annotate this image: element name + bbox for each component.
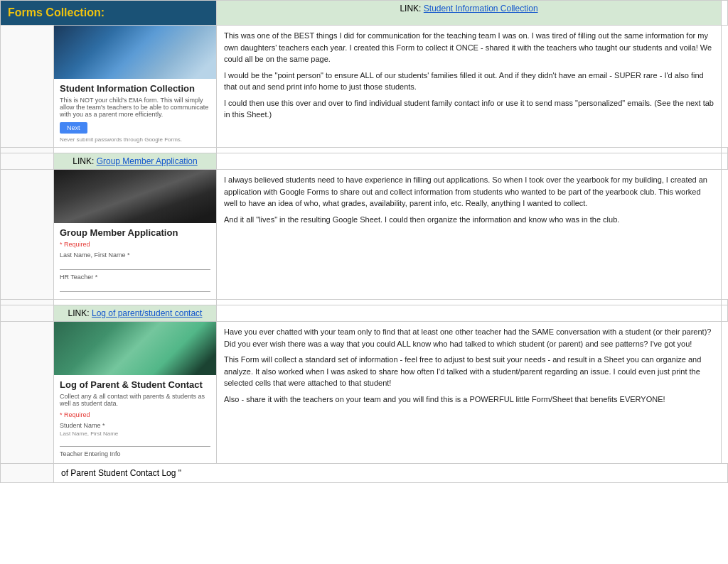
parent-contact-form-title: Log of Parent & Student Contact [60, 379, 210, 390]
group-member-para-1: I always believed students need to have … [224, 174, 714, 210]
student-info-row: Student Information Collection This is N… [1, 26, 728, 148]
preview-image-aerial [54, 26, 216, 79]
spacer-row-1 [1, 148, 728, 153]
group-link-empty [217, 153, 722, 170]
parent-contact-subfield-1: Last Name, First Name [60, 430, 210, 437]
parent-contact-required: * Required [60, 411, 210, 418]
link-label-1: LINK: [400, 4, 423, 13]
link-label-2: LINK: [73, 156, 96, 166]
student-info-footer: Never submit passwords through Google Fo… [60, 136, 210, 143]
bottom-row: of Parent Student Contact Log " [1, 464, 728, 483]
spacer-1c [217, 148, 722, 153]
parent-contact-para-2: This Form will collect a standard set of… [224, 354, 714, 389]
group-member-required: * Required [60, 241, 210, 248]
preview-image-green [54, 322, 216, 375]
sidebar-left-2 [1, 153, 54, 170]
parent-contact-field-2: Teacher Entering Info [60, 450, 210, 457]
green-image [54, 322, 216, 375]
student-info-para-3: I could then use this over and over to f… [224, 97, 714, 121]
sidebar-left-5 [1, 322, 54, 464]
header-row: Forms Collection: LINK: Student Informat… [1, 1, 728, 26]
spacer-2b [54, 300, 217, 305]
group-member-description: I always believed students need to have … [217, 170, 722, 300]
group-member-para-2: And it all "lives" in the resulting Goog… [224, 214, 714, 226]
first-link-cell: LINK: Student Information Collection [217, 1, 722, 26]
parent-contact-link[interactable]: Log of parent/student contact [92, 308, 202, 318]
spacer-2a [1, 300, 54, 305]
bottom-sidebar [1, 464, 54, 483]
sidebar-left-3 [1, 170, 54, 300]
preview-image-dark [54, 170, 216, 223]
sidebar-left-4 [1, 305, 54, 322]
spacer-1a [1, 148, 54, 153]
group-member-input-2 [60, 282, 210, 292]
parent-contact-field-1: Student Name * [60, 422, 210, 429]
student-info-para-1: This was one of the BEST things I did fo… [224, 30, 714, 65]
group-member-field-1: Last Name, First Name * [60, 251, 210, 259]
parent-contact-form-content: Log of Parent & Student Contact Collect … [54, 375, 216, 463]
student-info-form-title: Student Information Collection [60, 83, 210, 94]
spacer-row-2 [1, 300, 728, 305]
group-member-link[interactable]: Group Member Application [97, 156, 198, 166]
group-member-row: Group Member Application * Required Last… [1, 170, 728, 300]
student-info-form-content: Student Information Collection This is N… [54, 79, 216, 147]
group-member-link-cell: LINK: Group Member Application [54, 153, 217, 170]
parent-contact-form-desc: Collect any & all contact with parents &… [60, 393, 210, 407]
spacer-2c [217, 300, 722, 305]
group-member-preview: Group Member Application * Required Last… [54, 170, 217, 300]
bottom-label-cell: of Parent Student Contact Log " [54, 464, 728, 483]
group-member-field-2: HR Teacher * [60, 273, 210, 281]
parent-link-empty [217, 305, 722, 322]
parent-contact-description: Have you ever chatted with your team onl… [217, 322, 722, 464]
link-label-3: LINK: [68, 308, 92, 318]
forms-collection-header: Forms Collection: [1, 1, 217, 26]
sidebar-left-1 [1, 26, 54, 148]
group-member-form-content: Group Member Application * Required Last… [54, 223, 216, 299]
student-info-para-2: I would be the "point person" to ensure … [224, 70, 714, 93]
aerial-dark-image [54, 170, 216, 223]
spacer-2d [722, 300, 728, 305]
spacer-1d [722, 148, 728, 153]
student-info-link[interactable]: Student Information Collection [424, 4, 538, 13]
parent-contact-link-row: LINK: Log of parent/student contact [1, 305, 728, 322]
parent-contact-row: Log of Parent & Student Contact Collect … [1, 322, 728, 464]
parent-contact-para-1: Have you ever chatted with your team onl… [224, 326, 714, 349]
parent-contact-preview: Log of Parent & Student Contact Collect … [54, 322, 217, 464]
parent-link-empty2 [722, 305, 728, 322]
student-info-description: This was one of the BEST things I did fo… [217, 26, 722, 148]
student-info-form-desc: This is NOT your child's EMA form. This … [60, 97, 210, 118]
group-member-input-1 [60, 260, 210, 270]
bottom-label-text: of Parent Student Contact Log " [61, 468, 181, 478]
group-link-empty2 [722, 153, 728, 170]
parent-contact-link-cell: LINK: Log of parent/student contact [54, 305, 217, 322]
aerial-image [54, 26, 216, 79]
parent-contact-input-1 [60, 437, 210, 447]
forms-collection-title: Forms Collection: [8, 6, 105, 18]
group-member-form-title: Group Member Application [60, 227, 210, 238]
empty-header-desc [722, 1, 728, 26]
student-info-next-button[interactable]: Next [60, 122, 87, 134]
group-member-link-row: LINK: Group Member Application [1, 153, 728, 170]
student-info-preview: Student Information Collection This is N… [54, 26, 217, 148]
spacer-1b [54, 148, 217, 153]
parent-contact-para-3: Also - share it with the teachers on you… [224, 394, 714, 406]
